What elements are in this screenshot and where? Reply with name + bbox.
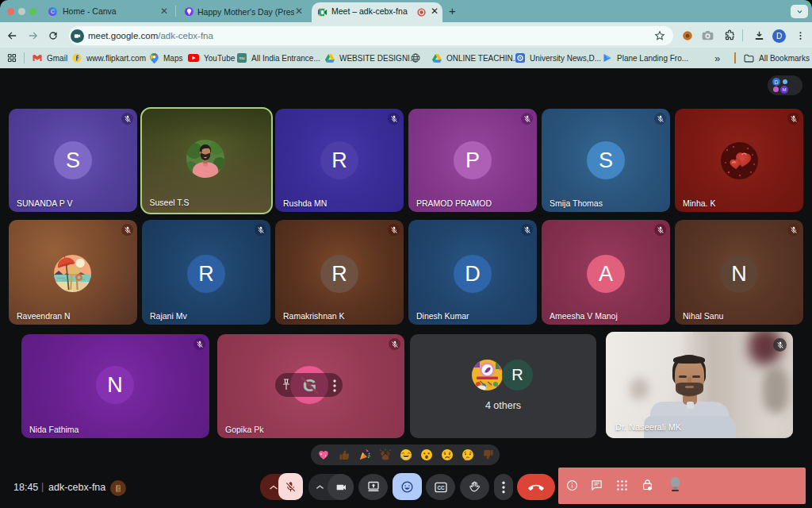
svg-text:mu: mu: [239, 56, 245, 60]
svg-text:CC: CC: [437, 484, 445, 490]
svg-text:C: C: [51, 9, 55, 14]
svg-text:8: 8: [649, 487, 650, 491]
